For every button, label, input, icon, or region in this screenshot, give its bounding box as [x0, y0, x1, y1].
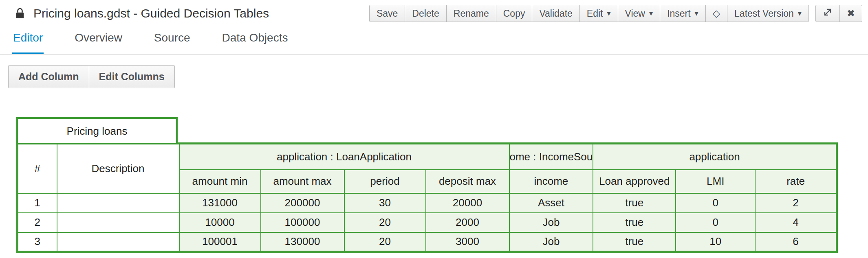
latest-version-label: Latest Version: [734, 8, 794, 19]
validate-button[interactable]: Validate: [532, 5, 579, 22]
decision-table-grid: # Description application : LoanApplicat…: [16, 142, 838, 253]
data-cell[interactable]: 2: [755, 193, 837, 213]
col-header-income[interactable]: income: [509, 170, 593, 193]
view-menu-button[interactable]: View ▾: [618, 5, 660, 22]
tab-editor[interactable]: Editor: [12, 31, 44, 54]
group-header-income-source[interactable]: ome : IncomeSou: [509, 144, 593, 170]
data-cell[interactable]: 100000: [261, 213, 344, 232]
data-cell[interactable]: 3000: [426, 232, 509, 252]
insert-menu-label: Insert: [667, 8, 691, 19]
table-row: 2 10000 100000 20 2000 Job true 0 4: [18, 213, 837, 232]
data-cell[interactable]: 131000: [179, 193, 261, 213]
data-cell[interactable]: 100001: [179, 232, 261, 252]
col-header-lmi[interactable]: LMI: [676, 170, 755, 193]
title-toolbar-area: Save Delete Rename Copy Validate Edit ▾ …: [369, 5, 862, 22]
copy-button[interactable]: Copy: [496, 5, 533, 22]
insert-menu-button[interactable]: Insert ▾: [660, 5, 706, 22]
chevron-down-icon: ▾: [649, 10, 653, 17]
data-cell[interactable]: 4: [755, 213, 837, 232]
data-cell[interactable]: 6: [755, 232, 837, 252]
chevron-down-icon: ▾: [695, 10, 698, 17]
add-column-button[interactable]: Add Column: [8, 65, 89, 88]
table-title[interactable]: Pricing loans: [16, 117, 178, 143]
data-cell[interactable]: 10000: [179, 213, 261, 232]
description-cell[interactable]: [57, 193, 179, 213]
col-header-description[interactable]: Description: [57, 144, 179, 193]
col-header-period[interactable]: period: [344, 170, 426, 193]
data-cell[interactable]: 20: [344, 213, 426, 232]
latest-version-menu-button[interactable]: Latest Version ▾: [727, 5, 809, 22]
decision-table: Pricing loans # Desc: [16, 117, 868, 253]
row-number-cell[interactable]: 1: [18, 193, 57, 213]
col-header-amount-min[interactable]: amount min: [179, 170, 261, 193]
page-title: Pricing loans.gdst - Guided Decision Tab…: [33, 7, 269, 20]
view-menu-label: View: [625, 8, 645, 19]
group-header-row: # Description application : LoanApplicat…: [18, 144, 837, 170]
diamond-icon: ◇: [713, 9, 720, 18]
main-toolbar: Save Delete Rename Copy Validate Edit ▾ …: [369, 5, 809, 22]
data-cell[interactable]: 0: [676, 193, 755, 213]
window-controls: ✖: [815, 5, 862, 22]
data-cell[interactable]: 20000: [426, 193, 509, 213]
title-area: Pricing loans.gdst - Guided Decision Tab…: [15, 7, 269, 20]
close-icon: ✖: [847, 9, 855, 18]
data-cell[interactable]: true: [593, 193, 676, 213]
description-cell[interactable]: [57, 213, 179, 232]
col-header-rate[interactable]: rate: [755, 170, 837, 193]
tab-bar: Editor Overview Source Data Objects: [0, 25, 868, 55]
group-header-application[interactable]: application: [593, 144, 837, 170]
chevron-down-icon: ▾: [607, 10, 611, 17]
data-cell[interactable]: true: [593, 213, 676, 232]
diamond-button[interactable]: ◇: [705, 5, 727, 22]
save-button[interactable]: Save: [369, 5, 405, 22]
group-header-loan-application[interactable]: application : LoanApplication: [179, 144, 509, 170]
tab-data-objects[interactable]: Data Objects: [221, 31, 289, 54]
edit-menu-button[interactable]: Edit ▾: [579, 5, 618, 22]
edit-menu-label: Edit: [587, 8, 603, 19]
close-button[interactable]: ✖: [839, 5, 862, 22]
row-number-cell[interactable]: 2: [18, 213, 57, 232]
table-canvas: Pricing loans # Desc: [0, 100, 868, 253]
row-number-cell[interactable]: 3: [18, 232, 57, 252]
edit-columns-button[interactable]: Edit Columns: [89, 65, 175, 88]
data-cell[interactable]: 30: [344, 193, 426, 213]
rename-button[interactable]: Rename: [446, 5, 496, 22]
data-cell[interactable]: true: [593, 232, 676, 252]
data-cell[interactable]: Asset: [509, 193, 593, 213]
data-cell[interactable]: 2000: [426, 213, 509, 232]
expand-button[interactable]: [815, 5, 840, 22]
data-cell[interactable]: 20: [344, 232, 426, 252]
col-header-number[interactable]: #: [18, 144, 57, 193]
data-cell[interactable]: Job: [509, 232, 593, 252]
tab-source[interactable]: Source: [153, 31, 191, 54]
col-header-deposit-max[interactable]: deposit max: [426, 170, 509, 193]
titlebar: Pricing loans.gdst - Guided Decision Tab…: [0, 0, 868, 25]
table-row: 3 100001 130000 20 3000 Job true 10 6: [18, 232, 837, 252]
data-cell[interactable]: 200000: [261, 193, 344, 213]
chevron-down-icon: ▾: [798, 10, 802, 17]
editor-toolbar: Add Column Edit Columns: [0, 55, 868, 100]
data-cell[interactable]: Job: [509, 213, 593, 232]
app-window: Pricing loans.gdst - Guided Decision Tab…: [0, 0, 868, 253]
data-cell[interactable]: 10: [676, 232, 755, 252]
description-cell[interactable]: [57, 232, 179, 252]
expand-icon: [823, 7, 833, 20]
delete-button[interactable]: Delete: [405, 5, 446, 22]
col-header-loan-approved[interactable]: Loan approved: [593, 170, 676, 193]
table-row: 1 131000 200000 30 20000 Asset true 0 2: [18, 193, 837, 213]
col-header-amount-max[interactable]: amount max: [261, 170, 344, 193]
tab-overview[interactable]: Overview: [74, 31, 123, 54]
data-cell[interactable]: 0: [676, 213, 755, 232]
data-cell[interactable]: 130000: [261, 232, 344, 252]
lock-icon: [15, 7, 26, 20]
